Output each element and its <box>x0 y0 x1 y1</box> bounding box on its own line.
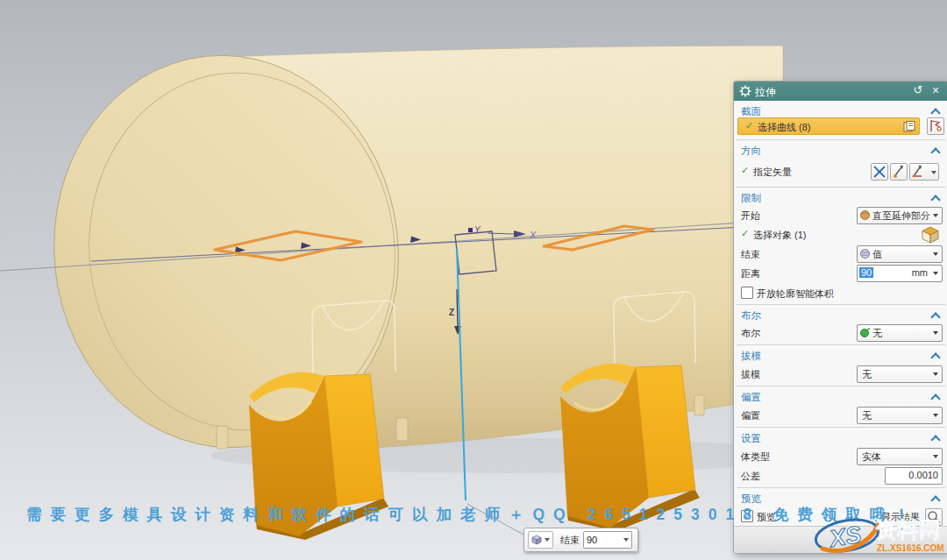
cad-viewport[interactable]: X Y Z 需要更多模具设计资料和软件 <box>0 0 947 560</box>
draft-label: 拔模 <box>741 368 760 381</box>
body-type-label: 体类型 <box>741 450 770 464</box>
vector-inverse-button[interactable] <box>871 163 888 181</box>
lasso-flag-icon <box>928 118 943 134</box>
chevron-up-icon <box>930 108 940 117</box>
chevron-up-icon <box>930 147 940 157</box>
lasso-select-button[interactable] <box>927 117 944 135</box>
separator <box>737 187 945 190</box>
body-type-dropdown[interactable]: 实体 <box>857 448 943 465</box>
watermark-name: 资料网 <box>875 517 941 542</box>
end-label: 结束 <box>741 248 760 261</box>
extrude-dialog[interactable]: 拉伸 ↺ × 截面 ✓ 选择曲线 (8) <box>733 81 947 554</box>
section-header-settings[interactable]: 设置 <box>734 431 947 447</box>
watermark-url: ZL.XS1616.COM <box>877 543 944 553</box>
dropdown-caret-icon <box>933 214 938 217</box>
select-object-label: 选择对象 (1) <box>753 229 807 242</box>
separator <box>737 139 945 143</box>
until-extended-icon <box>859 209 871 221</box>
close-button[interactable]: × <box>929 83 943 97</box>
select-curve-label: 选择曲线 (8) <box>758 121 811 134</box>
dialog-titlebar[interactable]: 拉伸 ↺ × <box>734 82 947 101</box>
dropdown-caret-icon <box>933 414 938 417</box>
open-profile-label: 开放轮廓智能体积 <box>757 287 834 301</box>
axis-x-label: X <box>529 230 537 240</box>
chevron-up-icon <box>930 393 940 403</box>
crossed-arrows-icon <box>872 164 887 180</box>
distance-label: 距离 <box>741 267 760 280</box>
chevron-up-icon <box>930 435 940 444</box>
start-label: 开始 <box>741 209 760 223</box>
boolean-dropdown[interactable]: 无 <box>857 324 943 342</box>
distance-value-selected[interactable]: 90 <box>859 267 873 278</box>
dropdown-caret-icon <box>623 538 629 542</box>
value-icon <box>859 248 871 259</box>
vector-arrow-icon <box>891 164 907 180</box>
boolean-none-icon <box>859 327 871 338</box>
tolerance-label: 公差 <box>741 470 760 483</box>
distance-unit: mm <box>912 267 928 278</box>
dialog-title: 拉伸 <box>755 85 776 100</box>
chevron-up-icon <box>930 195 940 204</box>
draft-dropdown[interactable]: 无 <box>857 365 943 383</box>
section-header-boolean[interactable]: 布尔 <box>734 308 947 324</box>
separator <box>737 386 945 389</box>
check-icon: ✓ <box>745 120 753 131</box>
promo-banner-text: 需要更多模具设计资料和软件的话可以加老师＋QQ 2651253018 免费领取哦… <box>26 504 947 525</box>
offset-dropdown[interactable]: 无 <box>857 407 943 424</box>
end-label: 结束 <box>560 534 580 547</box>
separator <box>737 427 945 430</box>
end-distance-input[interactable]: 90 <box>583 531 632 549</box>
open-profile-checkbox[interactable] <box>741 287 753 299</box>
solid-cube-icon[interactable] <box>920 224 941 245</box>
check-icon: ✓ <box>741 165 749 176</box>
separator <box>737 487 945 491</box>
end-mode-dropdown[interactable]: 值 <box>857 245 943 263</box>
axis-z-label: Z <box>449 308 454 317</box>
section-header-draft[interactable]: 拔模 <box>734 349 947 365</box>
distance-input[interactable]: 90 mm <box>857 265 943 282</box>
dropdown-caret-icon <box>933 455 938 458</box>
section-header-direction[interactable]: 方向 <box>734 144 947 159</box>
section-header-offset[interactable]: 偏置 <box>734 390 947 406</box>
check-icon: ✓ <box>741 228 749 239</box>
boolean-label: 布尔 <box>741 327 760 340</box>
gear-icon <box>739 85 751 97</box>
start-mode-dropdown[interactable]: 直至延伸部分 <box>857 207 943 224</box>
reset-button[interactable]: ↺ <box>911 83 925 97</box>
select-curve-row[interactable]: ✓ 选择曲线 (8) <box>737 117 920 135</box>
dropdown-caret-icon <box>933 372 938 376</box>
curve-list-icon[interactable] <box>903 121 915 133</box>
dropdown-caret-icon <box>931 171 936 174</box>
vector-constructor-button[interactable] <box>890 163 908 181</box>
offset-label: 偏置 <box>741 409 760 422</box>
section-header-limits[interactable]: 限制 <box>734 191 947 207</box>
dropdown-caret-icon <box>933 272 938 275</box>
dropdown-caret-icon <box>545 538 550 542</box>
tolerance-input[interactable]: 0.0010 <box>885 467 943 485</box>
vector-dialog-button[interactable] <box>909 163 939 181</box>
chevron-up-icon <box>930 312 940 322</box>
dropdown-caret-icon <box>933 252 938 256</box>
dropdown-caret-icon <box>933 331 938 335</box>
specify-vector-label: 指定矢量 <box>753 166 792 179</box>
limit-type-button[interactable] <box>528 531 553 549</box>
onscreen-limit-toolbar[interactable]: 结束 90 <box>523 528 638 552</box>
separator <box>737 344 945 348</box>
site-watermark: XS 资料网 ZL.XS1616.COM <box>810 507 947 558</box>
vector-axis-icon <box>910 164 926 180</box>
separator <box>737 304 945 308</box>
chevron-up-icon <box>930 352 940 362</box>
value-cube-icon <box>531 535 542 545</box>
